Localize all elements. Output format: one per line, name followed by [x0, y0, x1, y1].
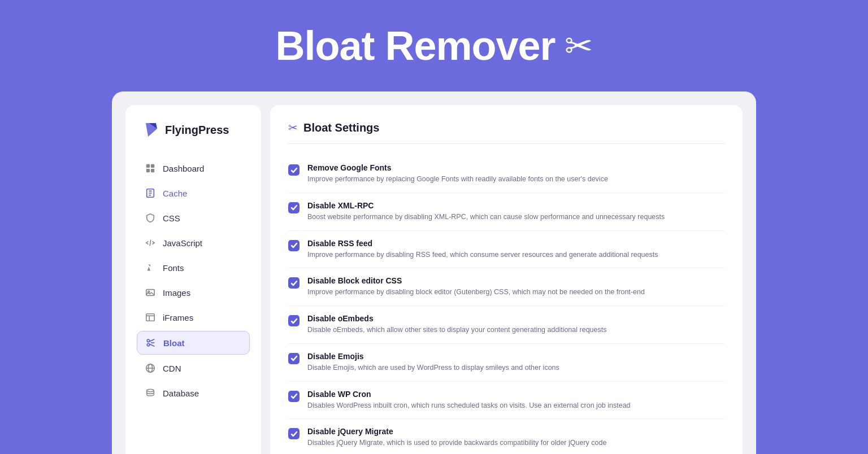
- svg-rect-5: [146, 290, 154, 296]
- checkmark-icon: [290, 355, 298, 362]
- font-icon: [145, 262, 156, 273]
- sidebar-item-cdn[interactable]: CDN: [137, 357, 250, 379]
- sidebar-item-iframes[interactable]: iFrames: [137, 306, 250, 329]
- bloat-scissors-icon: [145, 337, 157, 348]
- checkbox-disable-xml-rpc[interactable]: [288, 202, 300, 213]
- sidebar: FlyingPress Dashboard Cache: [125, 105, 261, 454]
- setting-name-disable-wp-cron: Disable WP Cron: [307, 390, 724, 399]
- setting-name-disable-oembeds: Disable oEmbeds: [307, 314, 724, 323]
- css-label: CSS: [163, 213, 180, 223]
- database-label: Database: [163, 388, 199, 398]
- setting-desc-disable-wp-cron: Disables WordPress inbuilt cron, which r…: [307, 400, 724, 411]
- checkmark-icon: [290, 280, 298, 287]
- checkmark-icon: [290, 204, 298, 211]
- checkmark-icon: [290, 167, 298, 174]
- globe-icon: [145, 363, 156, 374]
- setting-item-disable-jquery-migrate: Disable jQuery Migrate Disables jQuery M…: [288, 419, 724, 454]
- checkmark-icon: [290, 317, 298, 325]
- section-header: ✂ Bloat Settings: [288, 121, 724, 144]
- checkbox-disable-emojis[interactable]: [288, 353, 300, 364]
- checkmark-icon: [290, 242, 298, 249]
- setting-item-disable-rss-feed: Disable RSS feed Improve performance by …: [288, 231, 724, 269]
- checkbox-disable-oembeds[interactable]: [288, 315, 300, 326]
- page-header: Bloat Remover ✂: [275, 23, 592, 69]
- logo-area: FlyingPress: [137, 121, 250, 139]
- setting-desc-disable-jquery-migrate: Disables jQuery Migrate, which is used t…: [307, 438, 724, 448]
- checkmark-icon: [290, 430, 298, 438]
- svg-rect-3: [151, 169, 154, 172]
- setting-item-disable-emojis: Disable Emojis Disable Emojis, which are…: [288, 344, 724, 382]
- scissors-header-icon: ✂: [565, 26, 593, 66]
- images-label: Images: [163, 288, 190, 298]
- sidebar-item-javascript[interactable]: JavaScript: [137, 232, 250, 254]
- flyingpress-logo-icon: [141, 121, 159, 139]
- setting-desc-disable-oembeds: Disable oEmbeds, which allow other sites…: [307, 325, 724, 335]
- setting-desc-disable-emojis: Disable Emojis, which are used by WordPr…: [307, 363, 724, 373]
- sidebar-item-cache[interactable]: Cache: [137, 182, 250, 204]
- iframes-label: iFrames: [163, 313, 193, 322]
- settings-list: Remove Google Fonts Improve performance …: [288, 155, 724, 454]
- setting-item-remove-google-fonts: Remove Google Fonts Improve performance …: [288, 155, 724, 193]
- fonts-label: Fonts: [163, 263, 184, 273]
- svg-line-13: [149, 344, 154, 346]
- setting-desc-disable-xml-rpc: Boost website performance by disabling X…: [307, 212, 724, 222]
- svg-rect-7: [146, 314, 154, 321]
- setting-name-disable-block-editor-css: Disable Block editor CSS: [307, 276, 724, 285]
- sidebar-item-images[interactable]: Images: [137, 281, 250, 304]
- svg-point-10: [147, 339, 150, 342]
- checkbox-disable-block-editor-css[interactable]: [288, 277, 300, 289]
- setting-desc-disable-rss-feed: Improve performance by disabling RSS fee…: [307, 250, 724, 260]
- setting-name-disable-xml-rpc: Disable XML-RPC: [307, 201, 724, 210]
- database-icon: [145, 387, 156, 399]
- svg-rect-0: [146, 164, 150, 168]
- grid-icon: [145, 163, 156, 174]
- setting-item-disable-block-editor-css: Disable Block editor CSS Improve perform…: [288, 268, 724, 306]
- svg-rect-2: [146, 169, 150, 172]
- code-icon: [145, 237, 156, 248]
- sidebar-item-fonts[interactable]: Fonts: [137, 256, 250, 279]
- page-title: Bloat Remover: [275, 23, 555, 69]
- checkbox-disable-rss-feed[interactable]: [288, 240, 300, 251]
- checkmark-icon: [290, 392, 298, 400]
- checkbox-disable-wp-cron[interactable]: [288, 391, 300, 402]
- main-card: FlyingPress Dashboard Cache: [112, 91, 756, 454]
- section-scissors-icon: ✂: [288, 121, 298, 134]
- setting-name-remove-google-fonts: Remove Google Fonts: [307, 163, 724, 172]
- svg-point-11: [147, 343, 150, 346]
- svg-rect-1: [151, 164, 154, 168]
- dashboard-label: Dashboard: [163, 164, 204, 173]
- bloat-label: Bloat: [163, 338, 185, 348]
- logo-text: FlyingPress: [165, 124, 229, 137]
- setting-item-disable-wp-cron: Disable WP Cron Disables WordPress inbui…: [288, 382, 724, 420]
- setting-item-disable-oembeds: Disable oEmbeds Disable oEmbeds, which a…: [288, 306, 724, 344]
- iframes-icon: [145, 312, 156, 323]
- checkbox-remove-google-fonts[interactable]: [288, 164, 300, 176]
- section-title: Bloat Settings: [303, 121, 379, 134]
- setting-name-disable-emojis: Disable Emojis: [307, 352, 724, 361]
- sidebar-item-dashboard[interactable]: Dashboard: [137, 157, 250, 180]
- setting-item-disable-xml-rpc: Disable XML-RPC Boost website performanc…: [288, 193, 724, 231]
- sidebar-item-database[interactable]: Database: [137, 382, 250, 404]
- main-content: ✂ Bloat Settings Remove Google Fonts Imp…: [270, 105, 743, 454]
- sidebar-item-bloat[interactable]: Bloat: [137, 331, 250, 355]
- cache-label: Cache: [163, 189, 187, 198]
- sidebar-item-css[interactable]: CSS: [137, 207, 250, 229]
- file-icon: [145, 187, 156, 199]
- setting-desc-remove-google-fonts: Improve performance by replacing Google …: [307, 174, 724, 185]
- cdn-label: CDN: [163, 364, 181, 373]
- setting-name-disable-jquery-migrate: Disable jQuery Migrate: [307, 427, 724, 436]
- setting-name-disable-rss-feed: Disable RSS feed: [307, 239, 724, 248]
- image-icon: [145, 287, 156, 298]
- svg-line-12: [149, 339, 154, 342]
- javascript-label: JavaScript: [163, 238, 202, 248]
- svg-point-18: [147, 389, 154, 392]
- checkbox-disable-jquery-migrate[interactable]: [288, 428, 300, 439]
- css-icon: [145, 212, 156, 224]
- setting-desc-disable-block-editor-css: Improve performance by disabling block e…: [307, 287, 724, 298]
